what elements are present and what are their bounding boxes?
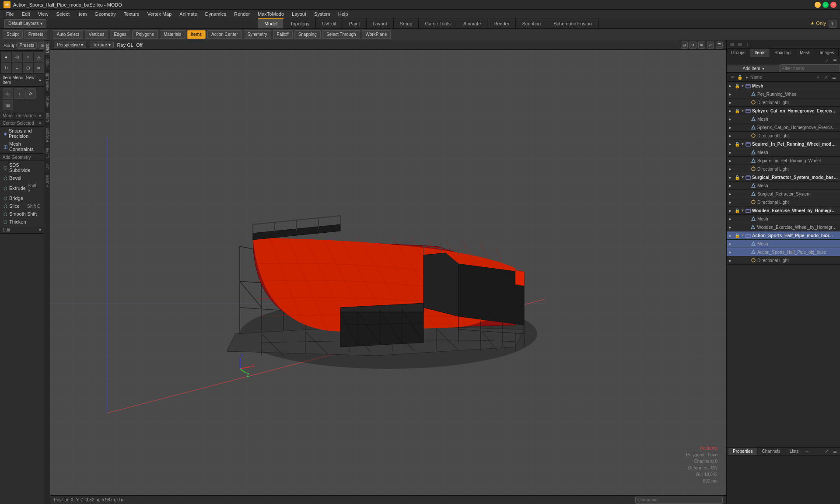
viewport-shader-dropdown[interactable]: Texture ▾ <box>90 42 114 48</box>
collapse-arrow[interactable]: ▼ <box>741 233 745 238</box>
toolbar-btn-vertices[interactable]: Vertices <box>85 30 108 39</box>
eye-icon[interactable]: ● <box>728 125 735 130</box>
rp-icon-3[interactable]: ↕ <box>744 41 751 48</box>
list-item[interactable]: ●Mesh <box>727 215 840 223</box>
add-item-button[interactable]: Add Item ▾ <box>727 65 780 72</box>
list-item[interactable]: ●🔒▼Surgical_Retractor_System_modo_base.l… <box>727 173 840 182</box>
list-item[interactable]: ●Sphynx_Cat_on_Homegroove_Exercise ... <box>727 123 840 132</box>
vtab-edge[interactable]: Edge <box>44 110 50 125</box>
eye-icon[interactable]: ● <box>728 192 735 196</box>
menu-item-item[interactable]: Item <box>74 10 90 18</box>
list-item[interactable]: ●Mesh <box>727 182 840 190</box>
preset-icon-btn[interactable]: ⊞ <box>38 42 44 49</box>
lock-icon[interactable]: 🔒 <box>735 84 741 88</box>
vtab-basic[interactable]: Basic <box>44 40 50 56</box>
menu-item-edit[interactable]: Edit <box>18 10 34 18</box>
right-panel-settings[interactable]: ☰ <box>831 57 838 64</box>
list-item[interactable]: ●Squirrel_in_Pet_Running_Wheel <box>727 157 840 165</box>
vtab-polygon[interactable]: Polygon <box>44 125 50 145</box>
list-item[interactable]: ●Mesh <box>727 115 840 123</box>
main-tab-animate[interactable]: Animate <box>457 18 487 28</box>
tab-mesh[interactable]: Mesh <box>795 49 815 57</box>
eye-icon[interactable]: ● <box>728 225 735 230</box>
toolbar-btn-workplane[interactable]: WorkPlane <box>362 30 391 39</box>
list-item[interactable]: ●🔒▼Action_Sports_Half_Pipe_modo_baS... <box>727 231 840 240</box>
bottom-expand[interactable]: ⤢ <box>823 448 830 455</box>
tool-arrow[interactable]: ↔ <box>12 63 22 73</box>
list-item[interactable]: ●Directional Light <box>727 198 840 206</box>
toolbar-btn-snapping[interactable]: Snapping <box>294 30 321 39</box>
smooth-shift-item[interactable]: ⬡ Smooth Shift <box>0 210 44 218</box>
vp-icon-5[interactable]: ☰ <box>716 42 723 49</box>
thicken-item[interactable]: ⬡ Thicken <box>0 218 44 226</box>
rp-icon-1[interactable]: ⊞ <box>728 41 735 48</box>
main-tab-render[interactable]: Render <box>487 18 516 28</box>
snaps-precision-item[interactable]: ◈ Snaps and Precision <box>0 127 44 140</box>
collapse-arrow[interactable]: ▼ <box>741 108 745 113</box>
tool-circle2[interactable]: ◎ <box>12 52 22 62</box>
header-icon-1[interactable]: + <box>815 74 822 80</box>
collapse-arrow[interactable]: ▼ <box>741 208 745 213</box>
toolbar-btn-items[interactable]: Items <box>187 30 206 39</box>
menu-item-view[interactable]: View <box>35 10 52 18</box>
bottom-settings[interactable]: ☰ <box>831 448 838 455</box>
toolbar-btn-auto-select[interactable]: Auto Select <box>53 30 83 39</box>
list-item[interactable]: ●🔒▼Wooden_Exercise_Wheel_by_Homegroove..… <box>727 206 840 215</box>
tool-pen[interactable]: ✏ <box>34 63 44 73</box>
tool-rotate[interactable]: ↻ <box>1 63 11 73</box>
eye-icon[interactable]: ● <box>728 250 735 255</box>
eye-icon[interactable]: ● <box>728 217 735 221</box>
eye-icon[interactable]: ● <box>728 200 735 205</box>
main-tab-topology[interactable]: Topology <box>284 18 316 28</box>
header-icon-2[interactable]: ⤢ <box>822 74 830 80</box>
main-tab-setup[interactable]: Setup <box>394 18 419 28</box>
main-tab-schematic-fusion[interactable]: Schematic Fusion <box>547 18 598 28</box>
add-bottom-tab[interactable]: + <box>805 448 808 455</box>
lock-icon[interactable]: 🔒 <box>735 175 741 180</box>
tool-triangle[interactable]: △ <box>34 52 44 62</box>
3d-viewport[interactable]: X Y Z No Items Polygons : Face Channels:… <box>50 50 726 495</box>
add-tab-button[interactable]: + <box>829 20 836 28</box>
toolbar-btn-symmetry[interactable]: Symmetry <box>244 30 271 39</box>
toolbar-btn-select-through[interactable]: Select Through <box>322 30 360 39</box>
transform-btn-3[interactable]: ⟳ <box>25 88 36 99</box>
lock-icon[interactable]: 🔒 <box>735 233 741 238</box>
bottom-tab-lists[interactable]: Lists <box>785 448 804 455</box>
collapse-arrow[interactable]: ▼ <box>741 142 745 146</box>
tool-circle1[interactable]: ● <box>1 52 11 62</box>
tab-groups[interactable]: Groups <box>727 49 750 57</box>
collapse-arrow[interactable]: ▼ <box>741 84 745 88</box>
bottom-tab-channels[interactable]: Channels <box>758 448 785 455</box>
lock-icon[interactable]: 🔒 <box>735 142 741 147</box>
eye-icon[interactable]: ● <box>728 108 735 113</box>
vtab-vertex[interactable]: Vertex <box>44 93 50 110</box>
menu-item-file[interactable]: File <box>3 10 18 18</box>
list-item[interactable]: ●Surgical_Retractor_System <box>727 190 840 198</box>
list-item[interactable]: ●Wooden_Exercise_Wheel_by_Homegroov... <box>727 223 840 231</box>
vp-icon-2[interactable]: ↺ <box>690 42 696 49</box>
eye-icon[interactable]: ● <box>728 100 735 105</box>
list-item[interactable]: ●Directional Light <box>727 132 840 140</box>
toolbar-btn-edges[interactable]: Edges <box>110 30 130 39</box>
eye-icon[interactable]: ● <box>728 167 735 172</box>
lock-icon[interactable]: 🔒 <box>735 208 741 213</box>
eye-icon[interactable]: ● <box>728 175 735 180</box>
list-item[interactable]: ●🔒▼Sphynx_Cat_on_Homegroove_Exercise_W..… <box>727 107 840 115</box>
slice-item[interactable]: ⬡ Slice Shift C <box>0 202 44 210</box>
vtab-mesh-edit[interactable]: Mesh Edit <box>44 70 50 93</box>
toolbar-btn-action-center[interactable]: Action Center <box>207 30 242 39</box>
tab-images[interactable]: Images <box>815 49 839 57</box>
vtab-topo[interactable]: Topo <box>44 56 50 70</box>
right-panel-expand[interactable]: ⤢ <box>823 57 830 64</box>
list-item[interactable]: ●Directional Light <box>727 98 840 107</box>
list-item[interactable]: ●🔒▼Squirrel_in_Pet_Running_Wheel_modo_ba… <box>727 140 840 148</box>
menu-item-select[interactable]: Select <box>52 10 73 18</box>
list-item[interactable]: ●Action_Sports_Half_Pipe_obj_base <box>727 248 840 256</box>
bevel-item[interactable]: ⬡ Bevel <box>0 174 44 182</box>
close-button[interactable]: ✕ <box>830 2 836 8</box>
list-item[interactable]: ●Directional Light <box>727 256 840 265</box>
collapse-arrow[interactable]: ▼ <box>741 175 745 179</box>
tool-select[interactable]: ⬡ <box>23 63 33 73</box>
minimize-button[interactable]: ─ <box>815 2 821 8</box>
main-tab-layout[interactable]: Layout <box>367 18 394 28</box>
